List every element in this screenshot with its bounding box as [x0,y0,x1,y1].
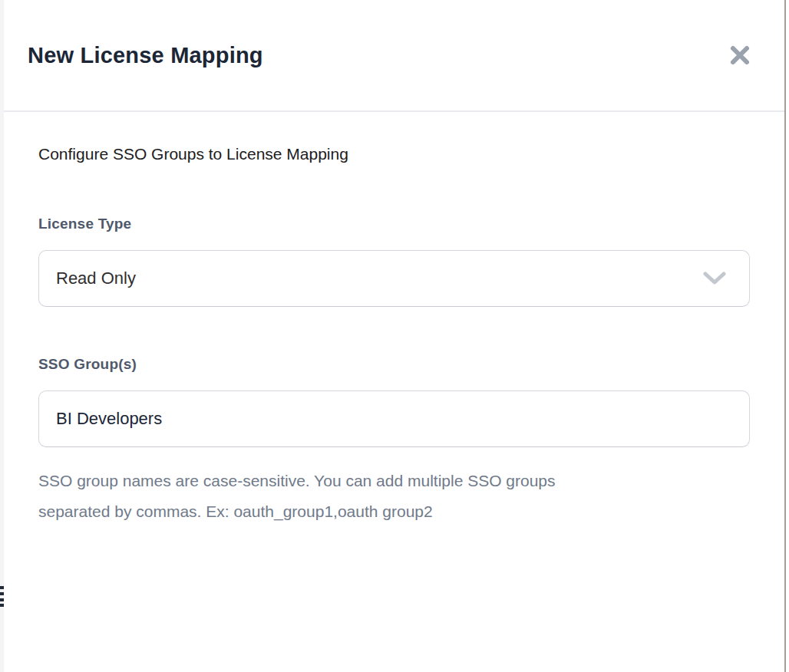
close-button[interactable] [726,41,754,69]
license-type-select[interactable]: Read Only [38,250,750,307]
license-type-label: License Type [38,216,750,232]
screen-right-border [784,0,786,672]
close-icon [729,44,751,66]
sso-groups-help-line1: SSO group names are case-sensitive. You … [38,466,698,496]
dialog-subtitle: Configure SSO Groups to License Mapping [38,145,750,163]
new-license-mapping-dialog: New License Mapping Configure SSO Groups… [4,0,784,672]
chevron-down-icon [703,272,726,285]
dialog-header: New License Mapping [4,0,784,112]
sso-groups-label: SSO Group(s) [38,356,750,373]
dialog-title: New License Mapping [28,43,263,68]
dialog-body: Configure SSO Groups to License Mapping … [4,145,784,527]
sso-groups-input[interactable] [38,390,750,447]
license-type-selected-value: Read Only [56,268,136,288]
screen: New License Mapping Configure SSO Groups… [0,0,789,672]
sso-groups-help-text: SSO group names are case-sensitive. You … [38,466,698,527]
sso-groups-help-line2: separated by commas. Ex: oauth_group1,oa… [38,496,698,527]
